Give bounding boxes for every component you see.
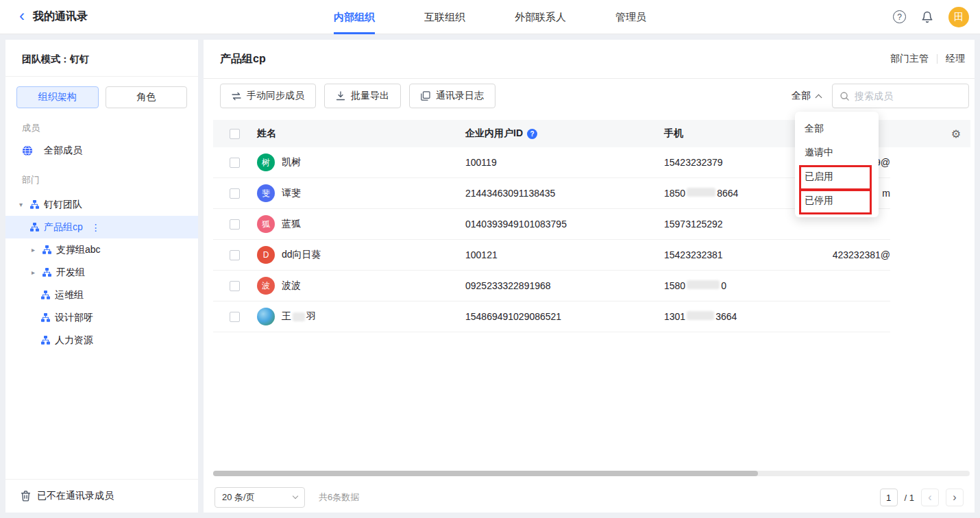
name-cell: 王羽: [257, 308, 465, 325]
current-page[interactable]: 1: [880, 489, 898, 506]
total-count: 共6条数据: [319, 491, 359, 504]
table-row[interactable]: 狐 蓝狐 0140393949101083795 15973125292: [213, 209, 890, 240]
top-tab[interactable]: 管理员: [615, 0, 646, 34]
row-checkbox[interactable]: [230, 250, 240, 260]
member-name: 凯树: [282, 156, 301, 169]
col-uid-cell: 企业内用户ID ?: [465, 127, 664, 140]
table-row[interactable]: 树 凯树 100119 15423232379 79@: [213, 147, 890, 178]
contacts-log-button[interactable]: 通讯录日志: [409, 84, 495, 108]
back-icon[interactable]: ‹: [19, 8, 25, 24]
page-title: 我的通讯录: [33, 10, 88, 24]
row-check-cell: [213, 158, 257, 168]
header-check-cell: [213, 129, 257, 139]
caret-icon[interactable]: ▸: [32, 269, 42, 276]
member-phone: 15973125292: [664, 219, 833, 230]
dept-manager-link[interactable]: 部门主管: [890, 53, 929, 65]
search-input[interactable]: [855, 90, 961, 101]
table-row[interactable]: 王羽 154869491029086521 13013664: [213, 301, 890, 332]
status-filter-value: 全部: [792, 90, 811, 102]
removed-members-entry[interactable]: 已不在通讯录成员: [5, 479, 198, 513]
top-tab-label: 互联组织: [424, 11, 465, 23]
member-uid: 0140393949101083795: [465, 219, 664, 230]
horizontal-scrollbar[interactable]: [213, 471, 970, 476]
name-cell: 树 凯树: [257, 153, 465, 171]
prev-page-button[interactable]: ‹: [921, 489, 939, 506]
select-all-checkbox[interactable]: [230, 129, 240, 139]
filter-option[interactable]: 已停用: [795, 188, 879, 212]
globe-icon: [22, 145, 33, 156]
team-mode-label: 团队模式：钉钉: [5, 40, 198, 77]
member-uid: 100119: [465, 157, 664, 168]
main-panel: 产品组cp 部门主管 经理 手动同步成员 批量导出 通讯录日志 全部 全部: [204, 40, 975, 513]
member-email: 15423232381@: [833, 249, 890, 260]
notification-bell-icon[interactable]: [921, 11, 933, 23]
top-nav: 内部组织 互联组织 外部联系人 管理员: [334, 0, 646, 34]
dept-tree-item[interactable]: 产品组cp ⋮: [5, 216, 198, 238]
dept-label: 产品组cp: [44, 221, 83, 234]
caret-icon[interactable]: ▸: [32, 246, 42, 254]
column-settings-icon[interactable]: ⚙: [951, 127, 961, 140]
chevron-up-icon: [816, 94, 822, 101]
manager-link[interactable]: 经理: [946, 53, 965, 65]
status-filter[interactable]: 全部: [792, 90, 824, 102]
col-uid: 企业内用户ID: [465, 127, 523, 140]
row-checkbox[interactable]: [230, 312, 240, 322]
dept-tree-item[interactable]: ▾ 钉钉团队: [5, 193, 198, 216]
member-phone: 15800: [664, 280, 833, 291]
row-checkbox[interactable]: [230, 158, 240, 168]
filter-option[interactable]: 全部: [795, 116, 879, 140]
top-tab[interactable]: 外部联系人: [515, 0, 566, 34]
org-structure-tab[interactable]: 组织架构: [16, 86, 99, 108]
next-page-button[interactable]: ›: [946, 489, 964, 506]
dept-label: 设计部呀: [55, 312, 93, 324]
table-row[interactable]: 斐 谭斐 21443463091138435 18508664 m: [213, 178, 890, 209]
row-checkbox[interactable]: [230, 188, 240, 199]
user-avatar[interactable]: 田: [948, 7, 969, 27]
top-tab-label: 外部联系人: [515, 11, 566, 23]
scrollbar-thumb[interactable]: [213, 471, 758, 476]
top-tab[interactable]: 互联组织: [424, 0, 465, 34]
toolbar: 手动同步成员 批量导出 通讯录日志 全部: [204, 79, 975, 108]
sync-icon: [232, 92, 241, 101]
top-tab-label: 管理员: [615, 11, 646, 23]
table-row[interactable]: 波 波波 0925233322891968 15800: [213, 271, 890, 301]
member-uid: 154869491029086521: [465, 311, 664, 322]
name-cell: D dd向日葵: [257, 246, 465, 264]
top-tab[interactable]: 内部组织: [334, 0, 375, 34]
dept-label: 开发组: [56, 267, 85, 279]
filter-option-label: 邀请中: [805, 147, 833, 159]
caret-icon[interactable]: ▾: [19, 201, 30, 208]
dept-label: 钉钉团队: [44, 199, 82, 211]
dept-tree-item[interactable]: 设计部呀: [5, 306, 198, 329]
row-checkbox[interactable]: [230, 219, 240, 230]
search-icon: [840, 91, 850, 101]
member-name: dd向日葵: [282, 249, 321, 261]
member-uid: 100121: [465, 249, 664, 260]
row-check-cell: [213, 312, 257, 322]
more-actions-icon[interactable]: ⋮: [91, 222, 101, 233]
filter-option[interactable]: 邀请中: [795, 140, 879, 164]
manual-sync-button[interactable]: 手动同步成员: [220, 84, 316, 108]
table-row[interactable]: D dd向日葵 100121 15423232381 15423232381@: [213, 240, 890, 271]
page-size-select[interactable]: 20 条/页: [215, 487, 305, 508]
row-checkbox[interactable]: [230, 281, 240, 291]
member-avatar: D: [257, 246, 275, 264]
filter-option[interactable]: 已启用: [795, 164, 879, 188]
member-name: 蓝狐: [282, 218, 301, 230]
dept-tree-item[interactable]: 人力资源: [5, 329, 198, 352]
trash-icon: [21, 491, 31, 502]
all-members-item[interactable]: 全部成员: [5, 141, 198, 160]
dept-tree-item[interactable]: ▸ 开发组: [5, 261, 198, 284]
topbar: ‹ 我的通讯录 内部组织 互联组织 外部联系人 管理员 ? 田: [0, 0, 980, 34]
topbar-left: ‹ 我的通讯录: [0, 10, 88, 24]
dept-tree-item[interactable]: 运维组: [5, 284, 198, 306]
dept-tree-item[interactable]: ▸ 支撑组abc: [5, 238, 198, 261]
roles-tab[interactable]: 角色: [106, 86, 188, 108]
help-icon[interactable]: ?: [893, 10, 906, 23]
main-header: 产品组cp 部门主管 经理: [204, 40, 975, 79]
table-body: 树 凯树 100119 15423232379 79@ 斐 谭斐 2144346…: [213, 147, 890, 332]
member-avatar: 波: [257, 277, 275, 295]
batch-export-button[interactable]: 批量导出: [324, 84, 401, 108]
uid-help-icon[interactable]: ?: [527, 129, 537, 139]
org-icon: [41, 313, 50, 322]
